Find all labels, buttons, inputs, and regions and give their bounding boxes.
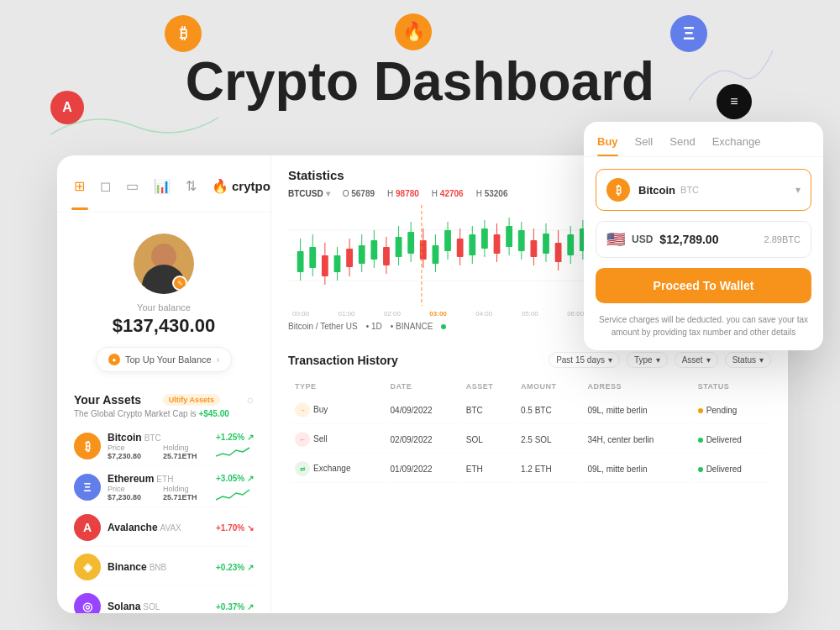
bg-curve-2: [689, 42, 773, 109]
btc-icon: ₿: [74, 433, 101, 459]
selected-coin-name: Bitcoin: [638, 184, 675, 197]
balance-label: Your balance: [137, 302, 191, 312]
avax-name: Avalanche: [108, 522, 158, 533]
exchange-icon: ⇄: [295, 461, 310, 476]
bnb-name: Binance: [108, 561, 147, 573]
asset-item-avax[interactable]: A Avalanche AVAX +1.70% ↘: [74, 509, 254, 547]
sol-right: +0.37% ↗: [216, 602, 254, 612]
bnb-symbol: BNB: [150, 563, 167, 572]
assets-header: Your Assets Ultify Assets ○: [74, 393, 254, 407]
svg-rect-44: [543, 234, 549, 254]
svg-rect-24: [420, 240, 427, 260]
svg-rect-10: [334, 255, 341, 272]
selected-coin-icon: ₿: [606, 178, 630, 202]
filter-asset[interactable]: Asset ▾: [675, 352, 718, 368]
logo-area: 🔥 crytpo.: [212, 178, 271, 194]
table-row[interactable]: ←Sell 02/09/2022 SOL 2.5 SOL 34H, center…: [290, 426, 769, 454]
selected-coin-symbol: BTC: [680, 185, 699, 195]
chart-interval: • 1D: [366, 322, 382, 331]
floating-panel: Buy Sell Send Exchange ₿ Bitcoin BTC ▾ 🇺…: [584, 122, 823, 350]
eth-mini-chart: [216, 485, 254, 501]
topup-button[interactable]: ● Top Up Your Balance ›: [96, 347, 232, 372]
buy-icon: →: [295, 402, 310, 417]
delivered-dot-2: [698, 467, 703, 472]
tx-asset-1: BTC: [461, 396, 514, 424]
logo-text: crytpo.: [232, 179, 271, 193]
proceed-wallet-button[interactable]: Proceed To Wallet: [596, 268, 811, 303]
pending-dot: [698, 408, 703, 413]
avax-change: +1.70% ↘: [216, 523, 254, 533]
tx-amount-3: 1.2 ETH: [516, 455, 580, 483]
sol-symbol: SOL: [143, 602, 160, 612]
filter-type[interactable]: Type ▾: [627, 352, 668, 368]
table-row[interactable]: →Buy 04/09/2022 BTC 0.5 BTC 09L, mitte b…: [290, 396, 769, 424]
tx-type-3: ⇄Exchange: [290, 455, 384, 483]
tx-status-2: Delivered: [693, 426, 769, 454]
tx-date-1: 04/09/2022: [386, 396, 459, 424]
btc-name: Bitcoin: [108, 432, 142, 444]
tab-buy[interactable]: Buy: [597, 135, 618, 156]
top-nav: ⊞ ◻ ▭ 📊 ⇅ 🔥 crytpo.: [57, 172, 270, 213]
live-dot: [441, 324, 446, 329]
eth-change: +3.05% ↗: [216, 474, 254, 483]
topup-label: Top Up Your Balance: [125, 354, 212, 365]
svg-rect-38: [506, 226, 512, 247]
sol-name: Solana: [108, 601, 140, 612]
tx-amount-1: 0.5 BTC: [516, 396, 580, 424]
tab-sell[interactable]: Sell: [635, 135, 654, 156]
asset-item-btc[interactable]: ₿ Bitcoin BTC Price $7,230.80 Holding 25…: [74, 427, 254, 466]
asset-item-eth[interactable]: Ξ Ethereum ETH Price $7,230.80 Holding 2…: [74, 468, 254, 507]
bitcoin-float-icon: ₿: [165, 15, 202, 52]
coin-chevron-icon: ▾: [795, 184, 801, 196]
tab-exchange[interactable]: Exchange: [712, 135, 761, 156]
avax-symbol: AVAX: [160, 523, 181, 533]
nav-wallet-icon[interactable]: ◻: [100, 174, 111, 197]
panel-body: ₿ Bitcoin BTC ▾ 🇺🇸 USD $12,789.00 2.89BT…: [584, 157, 823, 350]
svg-rect-40: [518, 230, 525, 251]
svg-rect-30: [457, 239, 464, 257]
eth-symbol: ETH: [156, 475, 173, 484]
eth-name: Ethereum: [108, 473, 154, 485]
assets-circle-icon[interactable]: ○: [247, 393, 254, 407]
chart-pair: BTCUSD ▾: [288, 189, 330, 198]
amount-value: $12,789.00: [659, 233, 764, 246]
edit-badge[interactable]: ✎: [172, 276, 187, 291]
col-amount: AMOUNT: [516, 378, 580, 395]
nav-chart-icon[interactable]: 📊: [154, 174, 171, 197]
transaction-history: Transaction History Past 15 days ▾ Type …: [271, 344, 788, 613]
col-status: STATUS: [693, 378, 769, 395]
tx-status-1: Pending: [693, 396, 769, 424]
svg-rect-22: [407, 232, 414, 254]
nav-grid-icon[interactable]: ⊞: [74, 174, 85, 197]
service-notice: Service charges will be deducted. you ca…: [596, 313, 811, 339]
tab-send[interactable]: Send: [669, 135, 695, 156]
assets-section: Your Assets Ultify Assets ○ The Global C…: [57, 385, 270, 613]
svg-rect-46: [555, 243, 562, 262]
svg-rect-28: [444, 230, 451, 251]
chart-open: O 56789: [343, 189, 375, 198]
market-cap-value: +$45.00: [198, 409, 228, 418]
bnb-info: Binance BNB: [108, 561, 216, 573]
currency-label: USD: [632, 234, 653, 245]
svg-rect-26: [433, 245, 439, 264]
asset-list: ₿ Bitcoin BTC Price $7,230.80 Holding 25…: [74, 427, 254, 613]
market-cap: The Global Crypto Market Cap is +$45.00: [74, 409, 254, 418]
asset-item-bnb[interactable]: ◈ Binance BNB +0.23% ↗: [74, 549, 254, 586]
filter-past15days[interactable]: Past 15 days ▾: [549, 352, 620, 368]
svg-rect-14: [359, 245, 365, 264]
filter-status[interactable]: Status ▾: [725, 352, 771, 368]
table-row[interactable]: ⇄Exchange 01/09/2022 ETH 1.2 ETH 09L, mi…: [290, 455, 769, 483]
coin-selector[interactable]: ₿ Bitcoin BTC ▾: [596, 169, 811, 211]
nav-exchange-icon[interactable]: ⇅: [186, 174, 197, 197]
col-type: TYPE: [290, 378, 384, 395]
chart-exchange: • BINANCE: [391, 322, 433, 331]
asset-item-sol[interactable]: ◎ Solana SOL +0.37% ↗: [74, 588, 254, 613]
bnb-right: +0.23% ↗: [216, 563, 254, 572]
nav-card-icon[interactable]: ▭: [126, 174, 139, 197]
tx-header: Transaction History Past 15 days ▾ Type …: [288, 352, 771, 368]
chart-high1: H 98780: [387, 189, 419, 198]
svg-rect-32: [469, 234, 475, 255]
svg-rect-12: [346, 249, 353, 267]
btc-right: +1.25% ↗: [216, 433, 254, 460]
topup-icon: ●: [108, 354, 120, 365]
